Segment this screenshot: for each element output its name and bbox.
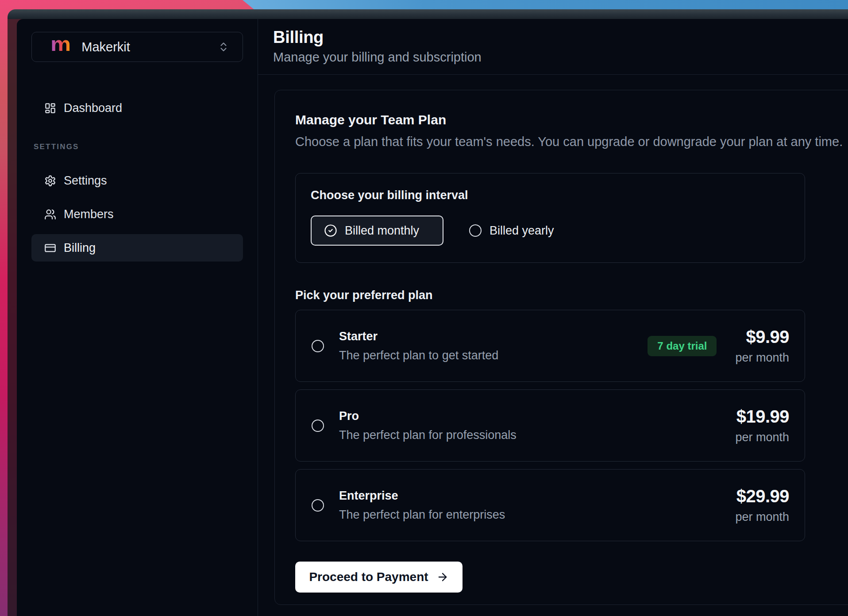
- plan-price-block: $9.99 per month: [735, 327, 789, 365]
- proceed-to-payment-label: Proceed to Payment: [309, 570, 428, 584]
- plan-period: per month: [735, 510, 789, 524]
- plan-row-starter[interactable]: Starter The perfect plan to get started …: [295, 310, 805, 382]
- sidebar-item-settings[interactable]: Settings: [31, 167, 243, 194]
- radio-unselected-icon[interactable]: [312, 340, 324, 352]
- card-description: Choose a plan that fits your team's need…: [295, 135, 848, 149]
- billing-interval-options: Billed monthly Billed yearly: [311, 216, 790, 246]
- radio-unselected-icon[interactable]: [312, 420, 324, 432]
- users-icon: [44, 208, 56, 220]
- desktop-wallpaper-sky: [243, 0, 848, 10]
- trial-badge: 7 day trial: [648, 336, 717, 356]
- app-window: m Makerkit Dashboard SETTINGS: [8, 9, 848, 616]
- arrow-right-icon: [436, 571, 449, 583]
- sidebar-section-settings-label: SETTINGS: [34, 142, 243, 151]
- plan-description: The perfect plan to get started: [339, 349, 648, 362]
- plan-price: $29.99: [736, 486, 789, 506]
- page-subtitle: Manage your billing and subscription: [273, 50, 848, 65]
- billing-interval-label: Choose your billing interval: [311, 189, 790, 202]
- chevrons-up-down-icon: [218, 41, 229, 53]
- sidebar: m Makerkit Dashboard SETTINGS: [17, 19, 258, 616]
- plan-name: Pro: [339, 409, 735, 423]
- plan-name: Starter: [339, 330, 648, 343]
- team-plan-card: Manage your Team Plan Choose a plan that…: [274, 90, 848, 605]
- sidebar-item-label: Members: [64, 208, 114, 221]
- workspace-selector[interactable]: m Makerkit: [31, 32, 243, 62]
- plan-period: per month: [735, 431, 789, 444]
- billing-content: Manage your Team Plan Choose a plan that…: [258, 75, 848, 605]
- sidebar-item-label: Dashboard: [64, 101, 122, 115]
- plan-name: Enterprise: [339, 489, 735, 503]
- plan-row-pro[interactable]: Pro The perfect plan for professionals $…: [295, 389, 805, 462]
- sidebar-item-billing[interactable]: Billing: [31, 234, 243, 262]
- plan-price-block: $19.99 per month: [735, 407, 789, 444]
- credit-card-icon: [44, 242, 56, 254]
- sidebar-item-dashboard[interactable]: Dashboard: [31, 94, 243, 122]
- makerkit-logo: m: [50, 38, 71, 51]
- plan-info: Enterprise The perfect plan for enterpri…: [339, 489, 735, 522]
- page-title: Billing: [273, 28, 848, 47]
- sidebar-item-label: Billing: [64, 241, 96, 255]
- page-header: Billing Manage your billing and subscrip…: [258, 19, 848, 75]
- card-title: Manage your Team Plan: [295, 112, 848, 127]
- billed-yearly-label: Billed yearly: [490, 224, 554, 238]
- sidebar-nav: Dashboard SETTINGS Settings Members: [31, 94, 243, 262]
- circle-check-icon: [324, 224, 337, 237]
- main-panel: Billing Manage your billing and subscrip…: [258, 19, 848, 616]
- sidebar-item-label: Settings: [64, 174, 107, 188]
- plan-description: The perfect plan for enterprises: [339, 508, 735, 522]
- plan-info: Pro The perfect plan for professionals: [339, 409, 735, 442]
- plan-price-block: $29.99 per month: [735, 486, 789, 524]
- window-titlebar: [8, 9, 848, 19]
- billed-monthly-option[interactable]: Billed monthly: [311, 216, 443, 246]
- radio-unselected-icon[interactable]: [312, 499, 324, 512]
- billing-interval-group: Choose your billing interval Billed mont…: [295, 173, 805, 263]
- dashboard-icon: [44, 102, 56, 114]
- workspace-name: Makerkit: [81, 40, 207, 54]
- plan-price: $19.99: [736, 407, 789, 427]
- plan-price: $9.99: [746, 327, 789, 347]
- app-content: m Makerkit Dashboard SETTINGS: [17, 19, 848, 616]
- billed-yearly-option[interactable]: Billed yearly: [469, 224, 554, 238]
- billed-monthly-label: Billed monthly: [345, 224, 419, 238]
- plan-description: The perfect plan for professionals: [339, 428, 735, 442]
- plan-period: per month: [735, 351, 789, 365]
- proceed-to-payment-button[interactable]: Proceed to Payment: [295, 562, 463, 593]
- plan-row-enterprise[interactable]: Enterprise The perfect plan for enterpri…: [295, 469, 805, 541]
- plans-label: Pick your preferred plan: [295, 289, 848, 302]
- plan-info: Starter The perfect plan to get started: [339, 330, 648, 362]
- radio-unselected-icon: [469, 224, 482, 237]
- sidebar-item-members[interactable]: Members: [31, 200, 243, 228]
- gear-icon: [44, 175, 56, 187]
